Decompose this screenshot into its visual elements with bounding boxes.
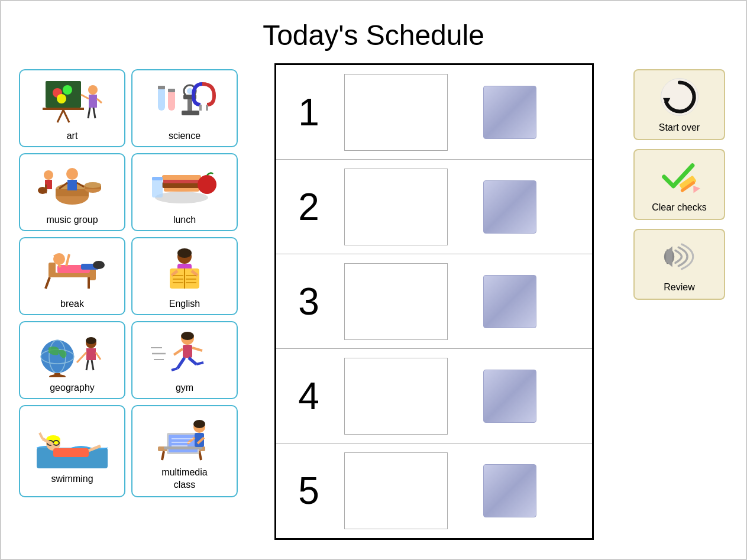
svg-line-105 [162, 451, 164, 460]
svg-rect-31 [67, 180, 77, 190]
schedule-slot-3[interactable] [344, 263, 448, 340]
svg-line-86 [172, 368, 177, 370]
svg-point-5 [63, 85, 72, 95]
svg-point-7 [88, 85, 98, 95]
activity-card-lunch[interactable]: lunch [131, 153, 238, 231]
geography-icon [34, 327, 111, 380]
activity-card-art[interactable]: art [19, 69, 125, 147]
schedule-slot-4[interactable] [344, 358, 448, 435]
clear-checks-label: Clear checks [652, 202, 706, 213]
svg-line-87 [189, 358, 196, 364]
gym-label: gym [176, 383, 193, 393]
svg-rect-83 [183, 345, 192, 358]
svg-line-80 [92, 360, 93, 370]
svg-line-79 [86, 360, 88, 370]
schedule-check-2[interactable] [483, 180, 536, 234]
svg-rect-13 [182, 111, 199, 115]
schedule-check-3[interactable] [483, 275, 536, 328]
start-over-label: Start over [659, 122, 700, 133]
svg-line-89 [174, 349, 183, 355]
schedule-check-5[interactable] [483, 464, 536, 517]
schedule-check-4[interactable] [483, 370, 536, 423]
row-number-4: 4 [285, 374, 332, 418]
svg-rect-20 [158, 86, 165, 89]
svg-point-58 [177, 248, 192, 258]
activity-card-break[interactable]: break [19, 237, 125, 315]
schedule-slot-1[interactable] [344, 74, 448, 151]
gym-icon [146, 327, 223, 380]
art-icon [34, 75, 111, 128]
schedule-slot-5[interactable] [344, 452, 448, 529]
main-content: art [1, 63, 746, 556]
svg-line-11 [88, 108, 90, 118]
activity-card-english[interactable]: English [131, 237, 238, 315]
start-over-button[interactable]: Start over [633, 69, 725, 140]
multimedia-class-label: multimedia class [161, 467, 207, 491]
geography-label: geography [50, 383, 95, 393]
row-number-5: 5 [285, 469, 332, 513]
svg-line-49 [46, 277, 50, 289]
clear-checks-button[interactable]: Clear checks [633, 149, 725, 220]
music-group-label: music group [46, 215, 98, 225]
svg-point-81 [86, 337, 96, 344]
svg-line-10 [97, 99, 102, 103]
schedule-slot-2[interactable] [344, 169, 448, 245]
svg-rect-19 [168, 90, 175, 111]
svg-point-6 [57, 94, 66, 103]
svg-line-102 [40, 433, 43, 439]
svg-rect-21 [168, 89, 175, 92]
row-number-3: 3 [285, 280, 332, 323]
art-label: art [67, 131, 78, 141]
svg-rect-0 [46, 81, 81, 108]
review-button[interactable]: Review [633, 229, 725, 300]
svg-line-12 [93, 108, 95, 118]
schedule-row-4: 4 [276, 349, 592, 444]
review-icon [659, 236, 700, 277]
svg-rect-8 [89, 95, 97, 108]
svg-rect-1 [43, 108, 84, 110]
schedule-area: 1 2 3 4 5 [244, 63, 625, 540]
schedule-row-5: 5 [276, 444, 592, 538]
activity-card-science[interactable]: science [131, 69, 238, 147]
row-number-1: 1 [285, 90, 332, 134]
svg-point-114 [193, 420, 205, 428]
break-label: break [60, 299, 84, 309]
svg-point-32 [44, 170, 53, 180]
activity-panel: art [13, 63, 244, 503]
svg-line-85 [177, 358, 185, 368]
svg-line-2 [57, 110, 63, 122]
svg-rect-35 [45, 184, 47, 193]
activity-card-geography[interactable]: geography [19, 321, 125, 399]
swimming-icon [34, 418, 111, 471]
svg-line-106 [199, 451, 201, 460]
svg-line-88 [196, 362, 203, 364]
start-over-icon [659, 76, 700, 118]
svg-line-77 [77, 352, 86, 362]
break-icon [34, 243, 111, 296]
svg-line-78 [96, 352, 101, 360]
svg-rect-18 [158, 87, 165, 111]
row-number-2: 2 [285, 185, 332, 229]
svg-line-9 [81, 95, 89, 99]
svg-point-70 [41, 340, 74, 373]
schedule-check-1[interactable] [483, 86, 536, 139]
page-title: Today's Schedule [1, 1, 746, 63]
science-label: science [169, 131, 201, 141]
clear-checks-icon [659, 156, 700, 198]
svg-line-3 [63, 110, 69, 122]
activity-card-gym[interactable]: gym [131, 321, 238, 399]
schedule-row-3: 3 [276, 254, 592, 349]
activity-card-swimming[interactable]: swimming [19, 405, 125, 497]
swimming-label: swimming [51, 474, 93, 484]
schedule-grid: 1 2 3 4 5 [274, 63, 594, 540]
action-panel: Start over Clear checks [625, 63, 734, 306]
science-icon [146, 75, 223, 128]
music-group-icon [34, 159, 111, 212]
schedule-row-2: 2 [276, 160, 592, 254]
svg-point-84 [181, 332, 194, 340]
english-label: English [169, 299, 200, 309]
svg-point-56 [93, 261, 105, 269]
activity-card-multimedia-class[interactable]: multimedia class [131, 405, 238, 497]
english-icon [146, 243, 223, 296]
activity-card-music-group[interactable]: music group [19, 153, 125, 231]
